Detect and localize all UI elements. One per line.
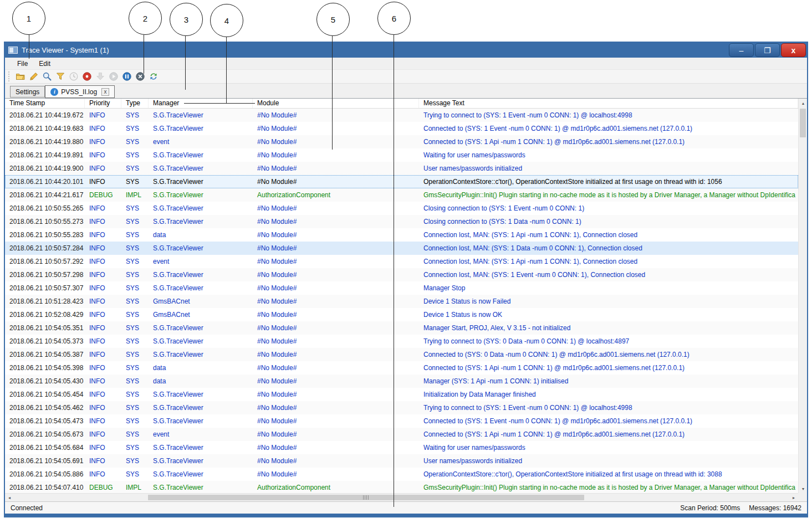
message-count: Messages: 16942: [749, 504, 801, 512]
arrow-down-icon[interactable]: [94, 71, 106, 83]
log-row[interactable]: 2018.06.21 10:52:08.429INFOSYSGmsBACnet#…: [5, 308, 798, 321]
log-row[interactable]: 2018.06.21 10:54:05.462INFOSYSS.G.TraceV…: [5, 401, 798, 414]
log-row[interactable]: 2018.06.21 10:50:55.273INFOSYSS.G.TraceV…: [5, 215, 798, 228]
cell-msg: Connected to (SYS: 1 Api -num 1 CONN: 1)…: [419, 135, 798, 148]
toolbar-grip: [8, 71, 11, 81]
cell-msg: Connected to (SYS: 0 Data -num 0 CONN: 1…: [419, 348, 798, 361]
log-row[interactable]: 2018.06.21 10:54:05.430INFOSYSdata#No Mo…: [5, 375, 798, 388]
cell-pr: INFO: [85, 388, 121, 401]
log-row[interactable]: 2018.06.21 10:50:57.298INFOSYSS.G.TraceV…: [5, 268, 798, 281]
log-row[interactable]: 2018.06.21 10:54:05.673INFOSYSevent#No M…: [5, 428, 798, 441]
cell-ty: SYS: [121, 109, 149, 122]
cell-mg: S.G.TraceViewer: [149, 388, 253, 401]
status-bar: Connected Scan Period: 500ms Messages: 1…: [5, 501, 807, 514]
log-row[interactable]: 2018.06.21 10:44:19.891INFOSYSS.G.TraceV…: [5, 148, 798, 162]
log-row[interactable]: 2018.06.21 10:44:19.672INFOSYSS.G.TraceV…: [5, 109, 798, 122]
log-row[interactable]: 2018.06.21 10:44:19.900INFOSYSS.G.TraceV…: [5, 162, 798, 175]
cell-msg: Connected to (SYS: 1 Event -num 0 CONN: …: [419, 414, 798, 428]
cell-msg: Connection lost, MAN: (SYS: 1 Api -num 1…: [419, 255, 798, 268]
scrollbar-corner: [798, 493, 807, 501]
tab-label: PVSS_II.log: [61, 88, 97, 96]
refresh-icon[interactable]: [147, 71, 159, 83]
log-row[interactable]: 2018.06.21 10:54:05.454INFOSYSS.G.TraceV…: [5, 388, 798, 401]
cell-mg: S.G.TraceViewer: [149, 148, 253, 162]
search-icon[interactable]: [41, 71, 53, 83]
pause-icon[interactable]: [121, 71, 132, 83]
cell-msg: User names/passwords initialized: [419, 454, 798, 468]
minimize-button[interactable]: –: [729, 43, 754, 57]
column-header-manager[interactable]: Manager: [149, 99, 253, 108]
log-row[interactable]: 2018.06.21 10:51:28.423INFOSYSGmsBACnet#…: [5, 295, 798, 308]
cell-md: #No Module#: [253, 268, 419, 281]
tab-pvss-ii-log[interactable]: iPVSS_II.logx: [45, 85, 115, 98]
log-row[interactable]: 2018.06.21 10:44:19.683INFOSYSS.G.TraceV…: [5, 122, 798, 135]
column-header-module[interactable]: Module: [253, 99, 419, 108]
scroll-right-icon[interactable]: ▸: [789, 494, 798, 501]
log-row[interactable]: 2018.06.21 10:54:05.684INFOSYSS.G.TraceV…: [5, 441, 798, 454]
cell-md: #No Module#: [253, 414, 419, 428]
column-header-priority[interactable]: Priority: [85, 99, 121, 108]
log-row[interactable]: 2018.06.21 10:44:20.101INFOSYSS.G.TraceV…: [5, 175, 798, 188]
cell-msg: Waiting for user names/passwords: [419, 441, 798, 454]
column-header-message-text[interactable]: Message Text: [419, 99, 798, 108]
cell-ts: 2018.06.21 10:54:05.387: [5, 348, 85, 361]
log-row[interactable]: 2018.06.21 10:54:07.410DEBUGIMPLS.G.Trac…: [5, 481, 798, 493]
menu-edit[interactable]: Edit: [33, 58, 56, 69]
log-row[interactable]: 2018.06.21 10:50:57.284INFOSYSS.G.TraceV…: [5, 242, 798, 255]
log-row[interactable]: 2018.06.21 10:54:05.473INFOSYSS.G.TraceV…: [5, 414, 798, 428]
log-row[interactable]: 2018.06.21 10:54:05.351INFOSYSS.G.TraceV…: [5, 321, 798, 335]
log-row[interactable]: 2018.06.21 10:44:19.880INFOSYSevent#No M…: [5, 135, 798, 148]
cell-ty: SYS: [121, 135, 149, 148]
log-row[interactable]: 2018.06.21 10:50:55.283INFOSYSdata#No Mo…: [5, 228, 798, 242]
cell-ts: 2018.06.21 10:54:05.684: [5, 441, 85, 454]
log-row[interactable]: 2018.06.21 10:54:05.373INFOSYSS.G.TraceV…: [5, 335, 798, 348]
log-row[interactable]: 2018.06.21 10:54:05.691INFOSYSS.G.TraceV…: [5, 454, 798, 468]
log-row[interactable]: 2018.06.21 10:50:55.265INFOSYSS.G.TraceV…: [5, 202, 798, 215]
cell-ts: 2018.06.21 10:54:05.473: [5, 414, 85, 428]
filter-icon[interactable]: [54, 71, 66, 83]
column-header-type[interactable]: Type: [121, 99, 149, 108]
log-row[interactable]: 2018.06.21 10:50:57.292INFOSYSevent#No M…: [5, 255, 798, 268]
cell-ts: 2018.06.21 10:54:05.673: [5, 428, 85, 441]
scroll-left-icon[interactable]: ◂: [5, 494, 14, 501]
close-button[interactable]: x: [781, 43, 806, 57]
tab-settings[interactable]: Settings: [10, 86, 45, 98]
cell-pr: INFO: [85, 361, 121, 375]
vertical-scroll-thumb[interactable]: [800, 109, 806, 137]
cell-ts: 2018.06.21 10:50:57.284: [5, 242, 85, 255]
maximize-button[interactable]: ❐: [755, 43, 780, 57]
cell-msg: OperationContextStore::c'tor(), Operatio…: [419, 175, 798, 188]
cell-mg: S.G.TraceViewer: [149, 348, 253, 361]
menu-file[interactable]: File: [12, 58, 33, 69]
cell-pr: INFO: [85, 175, 121, 188]
cell-md: #No Module#: [253, 255, 419, 268]
horizontal-scroll-thumb[interactable]: [148, 495, 584, 500]
log-row[interactable]: 2018.06.21 10:54:05.886INFOSYSS.G.TraceV…: [5, 468, 798, 481]
log-row[interactable]: 2018.06.21 10:54:05.387INFOSYSS.G.TraceV…: [5, 348, 798, 361]
toolbar: [5, 69, 807, 84]
cell-ts: 2018.06.21 10:54:05.454: [5, 388, 85, 401]
stop-icon[interactable]: [134, 71, 146, 83]
tab-close-icon[interactable]: x: [101, 88, 109, 96]
clock-icon[interactable]: [68, 71, 79, 83]
cell-ty: SYS: [121, 308, 149, 321]
horizontal-scrollbar[interactable]: ◂ ▸: [5, 493, 798, 501]
log-row[interactable]: 2018.06.21 10:54:05.398INFOSYSdata#No Mo…: [5, 361, 798, 375]
cell-mg: event: [149, 255, 253, 268]
edit-pencil-icon[interactable]: [28, 71, 39, 83]
vertical-scrollbar[interactable]: ▴ ▾: [798, 99, 807, 493]
cell-ts: 2018.06.21 10:54:05.691: [5, 454, 85, 468]
record-icon[interactable]: [81, 71, 93, 83]
cell-mg: S.G.TraceViewer: [149, 122, 253, 135]
scroll-down-icon[interactable]: ▾: [799, 484, 807, 493]
start-icon[interactable]: [108, 71, 119, 83]
cell-mg: event: [149, 428, 253, 441]
cell-pr: INFO: [85, 428, 121, 441]
log-row[interactable]: 2018.06.21 10:44:21.617DEBUGIMPLS.G.Trac…: [5, 188, 798, 202]
column-header-time-stamp[interactable]: Time Stamp: [5, 99, 85, 108]
scroll-up-icon[interactable]: ▴: [799, 99, 807, 107]
callout-6: 6: [377, 2, 411, 35]
log-row[interactable]: 2018.06.21 10:50:57.307INFOSYSS.G.TraceV…: [5, 281, 798, 295]
open-folder-icon[interactable]: [14, 71, 26, 83]
cell-pr: INFO: [85, 308, 121, 321]
